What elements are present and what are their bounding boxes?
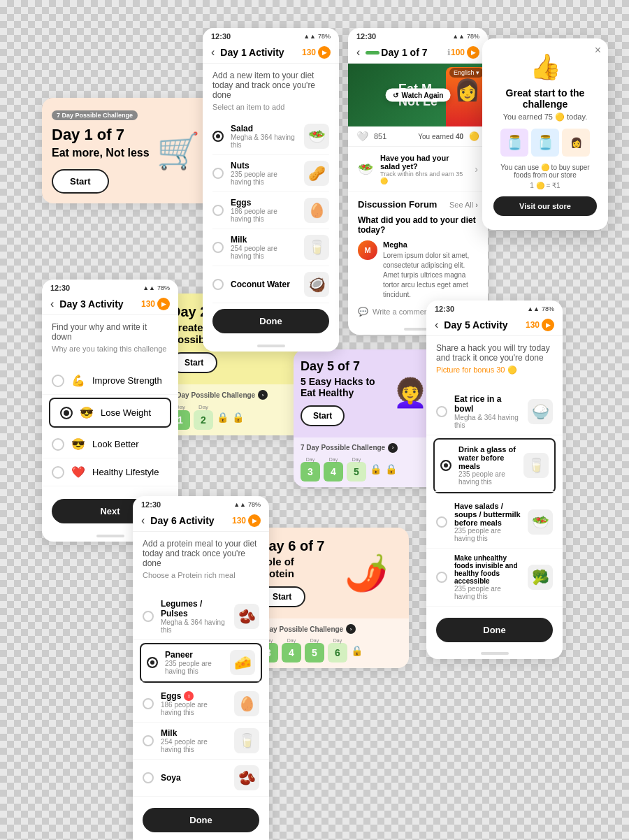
done-button-phone6[interactable]: Done: [143, 808, 259, 832]
food-item-salads[interactable]: Have salads / soups / buttermilk before …: [426, 496, 563, 549]
day-label-2: Day 2: [194, 404, 213, 430]
day5-start-button[interactable]: Start: [301, 405, 345, 426]
radio-salads[interactable]: [436, 516, 447, 528]
back-arrow-icon6[interactable]: ‹: [141, 514, 145, 527]
done-button-phone1[interactable]: Done: [212, 309, 329, 333]
radio-milk6[interactable]: [143, 735, 154, 746]
scroll-indicator-phone1: [203, 340, 339, 352]
food-item-milk6[interactable]: Milk 254 people are having this 🥛: [133, 723, 269, 760]
radio-paneer[interactable]: [147, 657, 158, 668]
score-circle-icon5: ▶: [542, 319, 554, 331]
option-healthy-lifestyle[interactable]: ❤️ Healthy Lifestyle: [42, 458, 178, 486]
food-item-rice[interactable]: Eat rice in a bowl Megha & 364 having th…: [426, 389, 563, 435]
radio-soya[interactable]: [143, 772, 154, 783]
day6-circle-6: 6: [328, 643, 347, 662]
food-info-eggs: Eggs 186 people are having this: [231, 198, 297, 223]
day6-label-6: Day 6: [328, 638, 347, 662]
radio-rice[interactable]: [436, 406, 447, 417]
visit-store-button[interactable]: Visit our store: [493, 196, 597, 216]
option-improve-strength[interactable]: 💪 Improve Strength: [42, 367, 178, 395]
food-img-salads: 🥗: [528, 509, 553, 535]
scroll-bar-phone1: [257, 345, 285, 347]
heart-icon[interactable]: 🤍: [356, 131, 368, 142]
food-item-water[interactable]: Drink a glass of water before meals 235 …: [435, 440, 554, 492]
see-all-btn[interactable]: See All ›: [449, 201, 478, 209]
option-lose-weight[interactable]: 😎 Lose Weight: [50, 399, 170, 426]
done-button-phone5[interactable]: Done: [436, 618, 553, 642]
salad-challenge-notification[interactable]: 🥗 Have you had your salad yet? Track wit…: [348, 147, 488, 192]
back-arrow-icon[interactable]: ‹: [211, 46, 215, 59]
back-arrow-icon5[interactable]: ‹: [435, 319, 438, 331]
day1-start-button[interactable]: Start: [52, 169, 109, 194]
phone3-nav: ‹ Day 3 Activity 130 ▶: [42, 295, 178, 315]
food-img-eggs6: 🥚: [234, 691, 259, 716]
day5-card-inner: Day 5 of 7 5 Easy Hacks toEat Healthy St…: [294, 349, 444, 437]
challenge-label-text: 7 Day Possible Challenge: [171, 391, 255, 399]
lock-icon-6: 🔒: [370, 463, 382, 475]
phone1-body: Add a new item to your diet today and tr…: [203, 64, 339, 340]
food-item-milk[interactable]: Milk 254 people are having this 🥛: [212, 229, 329, 266]
watch-again-btn[interactable]: ↺ Watch Again: [386, 89, 451, 102]
phone1-icons: ▲▲ 78%: [303, 33, 331, 40]
radio-nuts[interactable]: [212, 168, 224, 179]
radio-lose-weight[interactable]: [60, 407, 73, 419]
back-arrow-icon3[interactable]: ‹: [50, 298, 54, 310]
scroll-bar-phone3: [96, 535, 124, 537]
food-item-paneer[interactable]: Paneer 235 people are having this 🧀: [141, 644, 261, 681]
challenge-card-day1: 7 Day Possible Challenge Day 1 of 7 Eat …: [42, 98, 217, 203]
food-name-milk6: Milk: [161, 728, 227, 738]
food-name-salads: Have salads / soups / buttermilk before …: [454, 502, 521, 527]
food-name-soya: Soya: [161, 773, 227, 783]
food-name-eggs: Eggs: [231, 198, 297, 208]
food-sub-eggs: 186 people are having this: [231, 208, 297, 223]
option-look-better[interactable]: 😎 Look Better: [42, 430, 178, 458]
day6-card-image: 🌶️: [331, 528, 401, 618]
food-sub-water: 235 people are having this: [458, 470, 516, 486]
great-start-popup: × 👍 Great start to the challenge You ear…: [482, 38, 608, 230]
back-arrow-icon2[interactable]: ‹: [356, 46, 360, 59]
radio-eggs[interactable]: [212, 205, 224, 216]
food-item-eggs[interactable]: Eggs 186 people are having this 🥚: [212, 192, 329, 229]
strength-emoji: 💪: [71, 374, 85, 387]
radio-improve-strength[interactable]: [52, 375, 64, 387]
radio-look-better[interactable]: [52, 438, 64, 451]
food-item-soya[interactable]: Soya 🫘: [133, 760, 269, 797]
radio-healthy[interactable]: [52, 466, 64, 479]
language-label: English: [454, 69, 475, 76]
day5-subtitle: 5 Easy Hacks toEat Healthy: [301, 376, 375, 398]
radio-salad[interactable]: [212, 131, 224, 142]
food-name-legumes: Legumes / Pulses: [161, 599, 227, 618]
food-item-legumes[interactable]: Legumes / Pulses Megha & 364 having this…: [133, 593, 269, 640]
day5-label-5: Day 5: [347, 457, 366, 481]
radio-eggs6[interactable]: [143, 698, 154, 709]
day6-tracker-section: 7 Day Possible Challenge › Day 3 Day 4 D…: [252, 618, 409, 668]
radio-invisible[interactable]: [436, 572, 447, 583]
phone6-body: Add a protein meal to your diet today an…: [133, 532, 269, 593]
food-sub-legumes: Megha & 364 having this: [161, 618, 227, 634]
day5-label-3: Day 3: [301, 457, 320, 481]
food-item-invisible[interactable]: Make unhealthy foods invisible and healt…: [426, 549, 563, 607]
phone1-nav-score: 130: [302, 48, 316, 57]
thumbs-up-icon: 👍: [493, 52, 597, 82]
day5-tracker-section: 7 Day Possible Challenge › Day 3 Day 4 D…: [294, 437, 444, 487]
food-item-salad[interactable]: Salad Megha & 364 having this 🥗: [212, 118, 329, 155]
language-selector[interactable]: English ▾: [449, 68, 484, 78]
food-img-legumes: 🫘: [234, 604, 259, 629]
food-info-coconut: Coconut Water: [231, 280, 297, 289]
radio-water[interactable]: [440, 460, 451, 471]
day2-tracker-section: 7 Day Possible Challenge › Day 1 Day 2 🔒…: [161, 384, 314, 435]
food-item-coconut[interactable]: Coconut Water 🥥: [212, 266, 329, 303]
close-popup-button[interactable]: ×: [595, 44, 601, 57]
phone3-nav-score: 130: [141, 299, 155, 309]
radio-milk[interactable]: [212, 242, 224, 253]
food-item-eggs6[interactable]: Eggs ! 186 people are having this 🥚: [133, 686, 269, 723]
food-info-invisible: Make unhealthy foods invisible and healt…: [454, 554, 521, 600]
earned-subtitle: You earned 75 🟡 today.: [493, 113, 597, 122]
phone6-subtitle: Add a protein meal to your diet today an…: [143, 539, 259, 568]
radio-coconut[interactable]: [212, 279, 224, 290]
phone6-nav-score: 130: [232, 516, 246, 526]
phone2-time: 12:30: [356, 32, 376, 41]
food-item-nuts[interactable]: Nuts 235 people are having this 🥜: [212, 155, 329, 192]
day6-card-inner: Day 6 of 7 Role ofprotein Start 🌶️: [252, 528, 409, 618]
radio-legumes[interactable]: [143, 611, 154, 622]
